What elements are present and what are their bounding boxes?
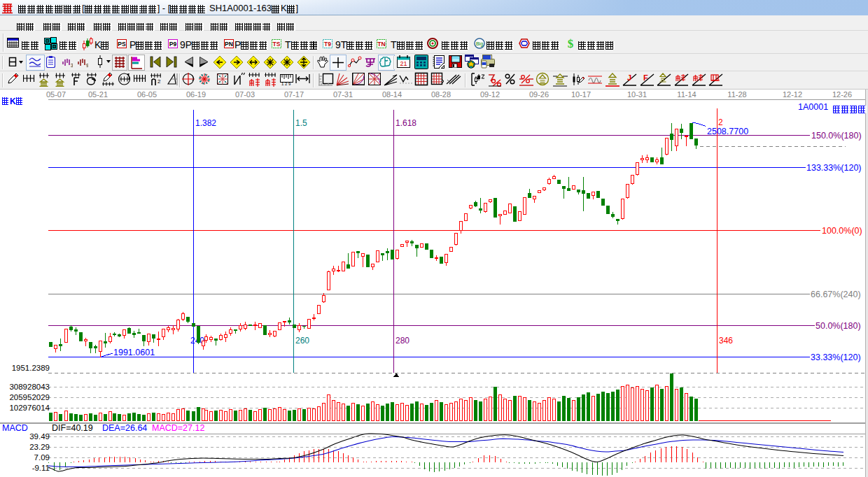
svg-text:133.33%(120): 133.33%(120) <box>806 163 862 173</box>
svg-text:06-19: 06-19 <box>186 90 206 99</box>
svg-text:280: 280 <box>396 336 410 346</box>
svg-text:07-03: 07-03 <box>235 90 255 99</box>
svg-text:MACD: MACD <box>2 423 28 433</box>
svg-text:260: 260 <box>295 336 309 346</box>
svg-text:50.0%(180): 50.0%(180) <box>816 321 861 331</box>
svg-text:DEA=26.64: DEA=26.64 <box>102 423 147 433</box>
svg-text:05-21: 05-21 <box>88 90 108 99</box>
svg-text:102976014: 102976014 <box>9 404 50 412</box>
svg-text:2508.7700: 2508.7700 <box>707 127 748 136</box>
svg-text:66.67%(240): 66.67%(240) <box>811 290 861 299</box>
svg-text:07-31: 07-31 <box>333 90 353 99</box>
svg-text:308928043: 308928043 <box>9 383 50 391</box>
svg-text:1.382: 1.382 <box>195 118 216 128</box>
svg-text:100.0%(0): 100.0%(0) <box>822 226 862 236</box>
svg-text:150.0%(180): 150.0%(180) <box>811 131 862 141</box>
svg-text:346: 346 <box>719 336 733 346</box>
svg-text:MACD=27.12: MACD=27.12 <box>152 423 204 433</box>
svg-text:-9.11: -9.11 <box>32 464 50 472</box>
svg-text:08-14: 08-14 <box>382 90 402 99</box>
svg-text:7.09: 7.09 <box>34 453 50 462</box>
svg-text:1951.2389: 1951.2389 <box>12 364 50 372</box>
svg-text:39.49: 39.49 <box>29 432 50 441</box>
svg-text:205952029: 205952029 <box>9 393 50 401</box>
svg-text:07-17: 07-17 <box>284 90 304 99</box>
svg-text:09-12: 09-12 <box>480 90 500 99</box>
svg-text:2: 2 <box>718 118 723 127</box>
svg-text:05-07: 05-07 <box>46 90 66 99</box>
svg-text:08-28: 08-28 <box>431 90 451 99</box>
svg-text:23.29: 23.29 <box>29 443 50 451</box>
svg-text:33.33%(120): 33.33%(120) <box>811 353 861 362</box>
svg-text:12-26: 12-26 <box>832 90 852 99</box>
svg-text:1.5: 1.5 <box>295 118 307 128</box>
svg-text:10-31: 10-31 <box>627 90 647 99</box>
svg-text:12-12: 12-12 <box>783 90 802 99</box>
svg-text:1991.0601: 1991.0601 <box>113 348 155 357</box>
svg-text:11-14: 11-14 <box>677 90 696 99</box>
svg-text:DIF=40.19: DIF=40.19 <box>52 423 93 433</box>
svg-text:1.618: 1.618 <box>396 118 416 128</box>
svg-text:09-26: 09-26 <box>529 90 549 99</box>
svg-text:11-28: 11-28 <box>727 90 746 99</box>
svg-text:10-17: 10-17 <box>571 90 591 99</box>
svg-text:06-05: 06-05 <box>137 90 157 99</box>
